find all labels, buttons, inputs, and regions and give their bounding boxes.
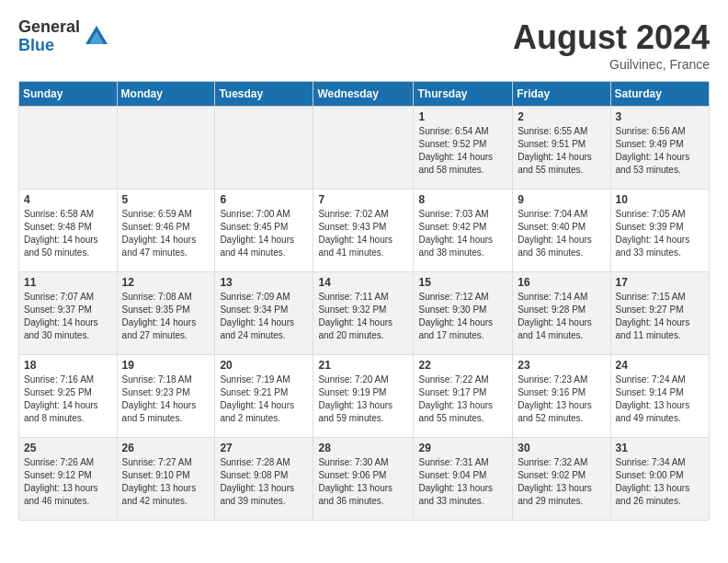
day-info: Sunrise: 7:00 AMSunset: 9:45 PMDaylight:… xyxy=(220,208,308,259)
day-number: 1 xyxy=(418,110,507,123)
day-number: 16 xyxy=(518,276,605,289)
calendar-cell: 31Sunrise: 7:34 AMSunset: 9:00 PMDayligh… xyxy=(610,438,709,521)
day-number: 25 xyxy=(24,442,112,454)
calendar-week-1: 1Sunrise: 6:54 AMSunset: 9:52 PMDaylight… xyxy=(19,107,710,190)
logo-blue-text: Blue xyxy=(18,37,80,55)
col-tuesday: Tuesday xyxy=(215,82,313,107)
calendar-cell: 13Sunrise: 7:09 AMSunset: 9:34 PMDayligh… xyxy=(215,272,313,355)
calendar-cell: 18Sunrise: 7:16 AMSunset: 9:25 PMDayligh… xyxy=(19,355,118,438)
calendar-header: Sunday Monday Tuesday Wednesday Thursday… xyxy=(19,82,710,107)
calendar-cell xyxy=(215,107,313,190)
calendar-cell: 19Sunrise: 7:18 AMSunset: 9:23 PMDayligh… xyxy=(117,355,215,438)
page-header: General Blue August 2024 Guilvinec, Fran… xyxy=(18,18,710,72)
day-info: Sunrise: 7:07 AMSunset: 9:37 PMDaylight:… xyxy=(24,291,112,342)
day-info: Sunrise: 7:11 AMSunset: 9:32 PMDaylight:… xyxy=(318,291,408,342)
day-info: Sunrise: 7:34 AMSunset: 9:00 PMDaylight:… xyxy=(616,456,704,508)
day-info: Sunrise: 6:55 AMSunset: 9:51 PMDaylight:… xyxy=(518,125,605,177)
col-sunday: Sunday xyxy=(19,82,118,107)
calendar-cell: 1Sunrise: 6:54 AMSunset: 9:52 PMDaylight… xyxy=(414,107,513,190)
day-info: Sunrise: 7:20 AMSunset: 9:19 PMDaylight:… xyxy=(318,373,408,425)
day-info: Sunrise: 7:09 AMSunset: 9:34 PMDaylight:… xyxy=(220,291,308,342)
day-info: Sunrise: 7:32 AMSunset: 9:02 PMDaylight:… xyxy=(518,456,605,508)
calendar-cell: 15Sunrise: 7:12 AMSunset: 9:30 PMDayligh… xyxy=(414,272,513,355)
day-number: 24 xyxy=(616,359,704,372)
calendar-cell: 28Sunrise: 7:30 AMSunset: 9:06 PMDayligh… xyxy=(313,438,414,521)
day-number: 30 xyxy=(518,442,605,454)
day-number: 19 xyxy=(122,359,210,372)
logo-icon xyxy=(84,24,109,50)
day-number: 27 xyxy=(220,442,308,454)
calendar-cell xyxy=(313,107,414,190)
calendar-cell: 8Sunrise: 7:03 AMSunset: 9:42 PMDaylight… xyxy=(414,190,513,272)
day-info: Sunrise: 7:31 AMSunset: 9:04 PMDaylight:… xyxy=(418,456,507,508)
day-info: Sunrise: 7:30 AMSunset: 9:06 PMDaylight:… xyxy=(318,456,408,508)
day-number: 13 xyxy=(220,276,308,289)
day-info: Sunrise: 7:04 AMSunset: 9:40 PMDaylight:… xyxy=(518,208,605,259)
col-wednesday: Wednesday xyxy=(313,82,414,107)
col-thursday: Thursday xyxy=(414,82,513,107)
calendar-cell xyxy=(19,107,118,190)
day-number: 4 xyxy=(24,193,112,206)
calendar-cell: 23Sunrise: 7:23 AMSunset: 9:16 PMDayligh… xyxy=(513,355,610,438)
day-info: Sunrise: 7:19 AMSunset: 9:21 PMDaylight:… xyxy=(220,373,308,425)
day-info: Sunrise: 7:02 AMSunset: 9:43 PMDaylight:… xyxy=(318,208,408,259)
calendar-cell: 2Sunrise: 6:55 AMSunset: 9:51 PMDaylight… xyxy=(513,107,610,190)
day-number: 26 xyxy=(122,442,210,454)
day-info: Sunrise: 7:16 AMSunset: 9:25 PMDaylight:… xyxy=(24,373,112,425)
calendar-body: 1Sunrise: 6:54 AMSunset: 9:52 PMDaylight… xyxy=(19,107,710,521)
day-info: Sunrise: 7:26 AMSunset: 9:12 PMDaylight:… xyxy=(24,456,112,508)
calendar-cell xyxy=(117,107,215,190)
header-row: Sunday Monday Tuesday Wednesday Thursday… xyxy=(19,82,710,107)
day-info: Sunrise: 7:12 AMSunset: 9:30 PMDaylight:… xyxy=(418,291,507,342)
calendar-cell: 10Sunrise: 7:05 AMSunset: 9:39 PMDayligh… xyxy=(610,190,709,272)
day-number: 23 xyxy=(518,359,605,372)
day-info: Sunrise: 7:15 AMSunset: 9:27 PMDaylight:… xyxy=(616,291,704,342)
day-number: 8 xyxy=(418,193,507,206)
calendar-cell: 4Sunrise: 6:58 AMSunset: 9:48 PMDaylight… xyxy=(19,190,118,272)
day-number: 2 xyxy=(518,110,605,123)
day-number: 9 xyxy=(518,193,605,206)
day-info: Sunrise: 7:08 AMSunset: 9:35 PMDaylight:… xyxy=(122,291,210,342)
calendar-cell: 6Sunrise: 7:00 AMSunset: 9:45 PMDaylight… xyxy=(215,190,313,272)
calendar-week-5: 25Sunrise: 7:26 AMSunset: 9:12 PMDayligh… xyxy=(19,438,710,521)
day-info: Sunrise: 7:27 AMSunset: 9:10 PMDaylight:… xyxy=(122,456,210,508)
day-info: Sunrise: 7:03 AMSunset: 9:42 PMDaylight:… xyxy=(418,208,507,259)
day-info: Sunrise: 7:22 AMSunset: 9:17 PMDaylight:… xyxy=(418,373,507,425)
calendar-cell: 7Sunrise: 7:02 AMSunset: 9:43 PMDaylight… xyxy=(313,190,414,272)
day-number: 31 xyxy=(616,442,704,454)
calendar-cell: 11Sunrise: 7:07 AMSunset: 9:37 PMDayligh… xyxy=(19,272,118,355)
day-number: 14 xyxy=(318,276,408,289)
day-number: 21 xyxy=(318,359,408,372)
day-number: 12 xyxy=(122,276,210,289)
day-number: 11 xyxy=(24,276,112,289)
calendar-cell: 26Sunrise: 7:27 AMSunset: 9:10 PMDayligh… xyxy=(117,438,215,521)
day-info: Sunrise: 6:58 AMSunset: 9:48 PMDaylight:… xyxy=(24,208,112,259)
day-number: 22 xyxy=(418,359,507,372)
title-section: August 2024 Guilvinec, France xyxy=(513,18,710,72)
col-monday: Monday xyxy=(117,82,215,107)
logo: General Blue xyxy=(18,18,109,55)
day-number: 3 xyxy=(616,110,704,123)
location: Guilvinec, France xyxy=(513,57,710,72)
col-saturday: Saturday xyxy=(610,82,709,107)
calendar-cell: 25Sunrise: 7:26 AMSunset: 9:12 PMDayligh… xyxy=(19,438,118,521)
calendar-cell: 22Sunrise: 7:22 AMSunset: 9:17 PMDayligh… xyxy=(414,355,513,438)
calendar-week-4: 18Sunrise: 7:16 AMSunset: 9:25 PMDayligh… xyxy=(19,355,710,438)
day-info: Sunrise: 7:28 AMSunset: 9:08 PMDaylight:… xyxy=(220,456,308,508)
month-year: August 2024 xyxy=(513,18,710,57)
day-number: 18 xyxy=(24,359,112,372)
calendar-cell: 3Sunrise: 6:56 AMSunset: 9:49 PMDaylight… xyxy=(610,107,709,190)
logo-general-text: General xyxy=(18,18,80,37)
calendar-cell: 29Sunrise: 7:31 AMSunset: 9:04 PMDayligh… xyxy=(414,438,513,521)
calendar-cell: 21Sunrise: 7:20 AMSunset: 9:19 PMDayligh… xyxy=(313,355,414,438)
day-number: 28 xyxy=(318,442,408,454)
col-friday: Friday xyxy=(513,82,610,107)
day-info: Sunrise: 7:24 AMSunset: 9:14 PMDaylight:… xyxy=(616,373,704,425)
day-info: Sunrise: 7:14 AMSunset: 9:28 PMDaylight:… xyxy=(518,291,605,342)
day-number: 29 xyxy=(418,442,507,454)
day-info: Sunrise: 7:23 AMSunset: 9:16 PMDaylight:… xyxy=(518,373,605,425)
calendar-cell: 20Sunrise: 7:19 AMSunset: 9:21 PMDayligh… xyxy=(215,355,313,438)
day-number: 5 xyxy=(122,193,210,206)
day-info: Sunrise: 6:56 AMSunset: 9:49 PMDaylight:… xyxy=(616,125,704,177)
day-number: 7 xyxy=(318,193,408,206)
